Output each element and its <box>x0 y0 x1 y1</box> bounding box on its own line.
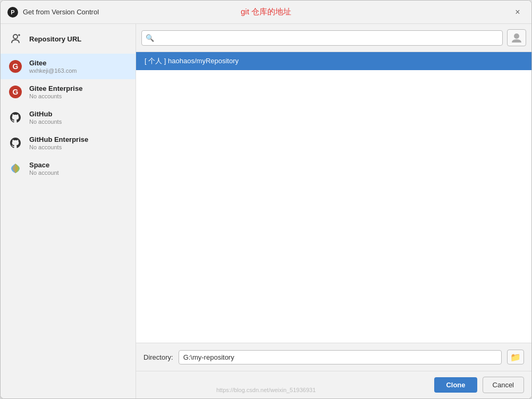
space-account: No account <box>29 169 59 176</box>
svg-point-9 <box>514 33 519 39</box>
search-input-wrapper: 🔍 <box>141 30 503 46</box>
repo-item-label: [ 个人 ] haohaos/myRepository <box>145 57 239 65</box>
repo-url-icon <box>8 31 23 46</box>
space-icon <box>8 161 23 176</box>
folder-browse-button[interactable]: 📁 <box>507 350 524 364</box>
gitee-account: wxhkeji@163.com <box>29 67 77 74</box>
app-icon: P <box>7 6 19 18</box>
repo-url-label: Repository URL <box>29 35 81 43</box>
sidebar-item-gitee-enterprise[interactable]: G Gitee Enterprise No accounts <box>1 79 136 105</box>
profile-button[interactable] <box>507 29 526 46</box>
directory-label: Directory: <box>143 353 173 361</box>
right-panel: 🔍 [ 个人 ] haohaos/myRepository Dir <box>136 24 531 398</box>
sidebar-item-gitee[interactable]: G Gitee wxhkeji@163.com <box>1 54 136 79</box>
search-icon: 🔍 <box>146 34 154 42</box>
repo-list: [ 个人 ] haohaos/myRepository <box>136 52 531 343</box>
github-enterprise-icon <box>8 135 23 150</box>
folder-icon: 📁 <box>510 352 521 362</box>
profile-icon <box>511 32 522 44</box>
clone-button[interactable]: Clone <box>434 377 477 393</box>
github-account: No accounts <box>29 118 62 125</box>
github-enterprise-account: No accounts <box>29 144 88 150</box>
title-bar-left: P Get from Version Control <box>7 6 99 18</box>
svg-text:G: G <box>13 62 19 71</box>
search-bar-row: 🔍 <box>136 24 531 52</box>
gitee-enterprise-account: No accounts <box>29 93 82 99</box>
sidebar-item-space[interactable]: Space No account <box>1 156 136 181</box>
gitee-enterprise-icon: G <box>8 84 23 99</box>
cancel-button[interactable]: Cancel <box>483 377 524 393</box>
sidebar-item-github-enterprise[interactable]: GitHub Enterprise No accounts <box>1 130 136 156</box>
watermark: https://blog.csdn.net/weixin_51936931 <box>216 387 316 393</box>
list-item[interactable]: [ 个人 ] haohaos/myRepository <box>136 52 531 70</box>
svg-text:G: G <box>13 88 19 96</box>
svg-text:P: P <box>11 9 14 15</box>
gitee-label: Gitee <box>29 59 77 67</box>
dialog-title: Get from Version Control <box>23 8 99 16</box>
gitee-enterprise-label: Gitee Enterprise <box>29 84 82 92</box>
github-enterprise-label: GitHub Enterprise <box>29 135 88 143</box>
action-row: Clone Cancel <box>136 371 531 398</box>
directory-input[interactable] <box>179 350 502 364</box>
sidebar: Repository URL G Gitee wxhkeji@163.com <box>1 24 136 398</box>
github-label: GitHub <box>29 110 62 118</box>
sidebar-item-github[interactable]: GitHub No accounts <box>1 105 136 130</box>
space-label: Space <box>29 161 59 169</box>
sidebar-item-repository-url[interactable]: Repository URL <box>1 24 136 54</box>
svg-point-2 <box>13 35 18 39</box>
gitee-icon: G <box>8 59 23 74</box>
main-content: Repository URL G Gitee wxhkeji@163.com <box>1 24 531 398</box>
dialog-center-title: git 仓库的地址 <box>241 7 291 17</box>
github-icon <box>8 110 23 125</box>
get-from-vcs-dialog: P Get from Version Control git 仓库的地址 × R <box>0 0 532 399</box>
title-bar: P Get from Version Control git 仓库的地址 × <box>1 1 531 24</box>
close-button[interactable]: × <box>512 7 523 18</box>
search-input[interactable] <box>141 30 503 46</box>
directory-row: Directory: 📁 <box>136 343 531 371</box>
